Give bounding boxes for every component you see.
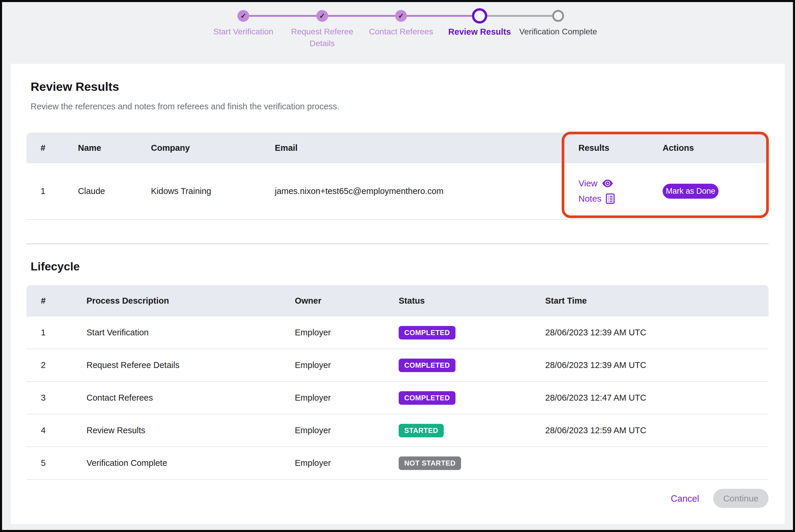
row-num: 5 (41, 458, 87, 468)
column-header-name: Name (78, 143, 151, 153)
owner: Employer (295, 393, 399, 403)
column-header-start-time: Start Time (545, 296, 769, 306)
notes-link-label: Notes (578, 194, 601, 204)
start-time: 28/06/2023 12:47 AM UTC (545, 393, 769, 403)
check-icon: ✓ (240, 12, 246, 20)
status-badge: COMPLETED (399, 326, 455, 340)
column-header-actions: Actions (663, 143, 769, 153)
process-description: Contact Referees (87, 393, 295, 403)
step-circle-start-verification[interactable]: ✓ (237, 10, 249, 22)
step-label-start-verification: Start Verification (193, 26, 293, 38)
continue-button[interactable]: Continue (713, 489, 769, 508)
column-header-company: Company (151, 143, 275, 153)
column-header-num: # (41, 143, 78, 153)
row-num: 1 (41, 328, 87, 338)
lifecycle-row: 1 Start Verification Employer COMPLETED … (26, 317, 769, 349)
status-badge: NOT STARTED (399, 456, 461, 470)
lifecycle-table: # Process Description Owner Status Start… (26, 285, 769, 480)
notes-icon (606, 193, 615, 204)
page-subtitle: Review the references and notes from ref… (31, 102, 339, 111)
stepper-connector-upcoming (480, 15, 558, 17)
status-cell: COMPLETED (399, 391, 545, 405)
lifecycle-title: Lifecycle (31, 260, 80, 273)
view-link-label: View (578, 178, 597, 188)
notes-link[interactable]: Notes (578, 193, 615, 204)
column-header-status: Status (399, 296, 545, 306)
check-icon: ✓ (398, 12, 404, 20)
process-description: Verification Complete (87, 458, 295, 468)
process-description: Request Referee Details (87, 360, 295, 370)
cancel-button[interactable]: Cancel (671, 494, 699, 504)
stepper: ✓ ✓ ✓ Start Verification Request Referee… (2, 2, 793, 64)
status-cell: STARTED (399, 424, 545, 437)
row-num: 2 (41, 360, 87, 370)
status-badge: STARTED (399, 424, 444, 437)
table-bottom-spacer (26, 220, 769, 244)
process-description: Review Results (87, 425, 295, 435)
status-cell: COMPLETED (399, 359, 545, 372)
owner: Employer (295, 360, 399, 370)
referee-row: 1 Claude Kidows Training james.nixon+tes… (26, 163, 769, 220)
row-num: 4 (41, 425, 87, 435)
eye-icon (601, 179, 614, 188)
step-circle-verification-complete[interactable] (552, 10, 564, 22)
results-cell: View Notes (578, 178, 663, 204)
column-header-num: # (41, 296, 87, 306)
lifecycle-row: 3 Contact Referees Employer COMPLETED 28… (26, 382, 769, 414)
mark-as-done-button[interactable]: Mark as Done (663, 184, 719, 199)
step-circle-request-referee-details[interactable]: ✓ (316, 10, 328, 22)
start-time: 28/06/2023 12:39 AM UTC (545, 328, 769, 338)
lifecycle-row: 2 Request Referee Details Employer COMPL… (26, 349, 769, 382)
stepper-connector-completed (243, 15, 480, 17)
referees-table-header: # Name Company Email Results Actions (26, 133, 769, 163)
status-cell: NOT STARTED (399, 456, 545, 470)
referee-name: Claude (78, 186, 151, 196)
page-title: Review Results (31, 80, 119, 94)
referees-table: # Name Company Email Results Actions 1 C… (26, 133, 769, 244)
status-badge: COMPLETED (399, 391, 455, 405)
owner: Employer (295, 425, 399, 435)
column-header-email: Email (275, 143, 578, 153)
column-header-process-description: Process Description (87, 296, 295, 306)
lifecycle-row: 4 Review Results Employer STARTED 28/06/… (26, 414, 769, 447)
owner: Employer (295, 328, 399, 338)
lifecycle-table-header: # Process Description Owner Status Start… (26, 285, 769, 317)
step-label-request-referee-details: Request Referee Details (288, 26, 356, 50)
check-icon: ✓ (319, 12, 325, 20)
content-card: Review Results Review the references and… (11, 64, 785, 524)
column-header-results: Results (578, 143, 663, 153)
owner: Employer (295, 458, 399, 468)
row-num: 3 (41, 393, 87, 403)
status-cell: COMPLETED (399, 326, 545, 340)
step-circle-contact-referees[interactable]: ✓ (395, 10, 407, 22)
actions-cell: Mark as Done (663, 184, 769, 199)
step-label-verification-complete: Verification Complete (505, 26, 611, 38)
referee-company: Kidows Training (151, 186, 275, 196)
referee-num: 1 (41, 186, 78, 196)
status-badge: COMPLETED (399, 359, 455, 372)
verification-review-screen: ✓ ✓ ✓ Start Verification Request Referee… (0, 0, 795, 532)
step-circle-review-results[interactable] (472, 8, 487, 23)
column-header-owner: Owner (295, 296, 399, 306)
referee-email: james.nixon+test65c@employmenthero.com (275, 186, 578, 196)
start-time: 28/06/2023 12:59 AM UTC (545, 425, 769, 435)
lifecycle-row: 5 Verification Complete Employer NOT STA… (26, 447, 769, 480)
start-time: 28/06/2023 12:39 AM UTC (545, 360, 769, 370)
process-description: Start Verification (87, 328, 295, 338)
view-link[interactable]: View (578, 178, 614, 188)
